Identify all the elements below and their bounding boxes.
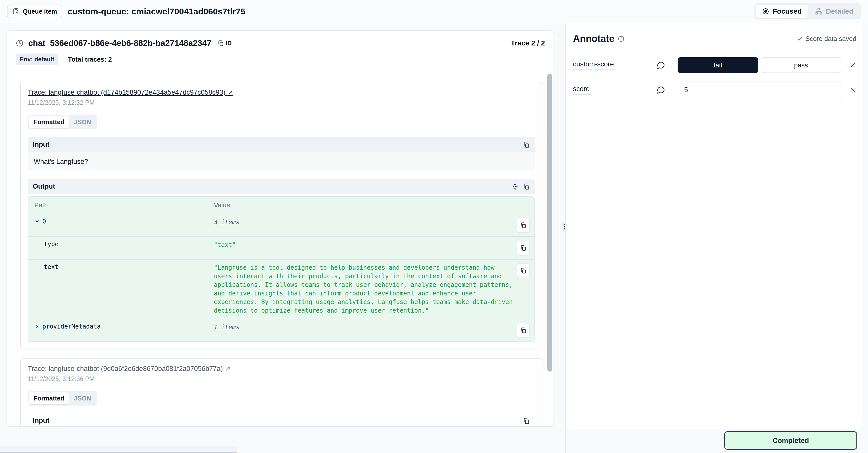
trace-card-1: Trace: langfuse-chatbot (d174b1589072e43… — [20, 82, 542, 348]
copy-id-icon[interactable] — [217, 40, 224, 47]
item-title: chat_536ed067-b86e-4eb6-882b-ba27148a234… — [28, 38, 211, 48]
trace-card-2: Trace: langfuse-chatbot (9d0a6f2e6de8670… — [20, 358, 542, 426]
main-area: chat_536ed067-b86e-4eb6-882b-ba27148a234… — [0, 23, 868, 453]
chevron-right-icon[interactable] — [34, 324, 40, 329]
trace-counter: Trace 2 / 2 — [511, 39, 545, 47]
trace-2-timestamp: 11/12/2025, 3:12:36 PM — [28, 375, 535, 383]
copy-row-button[interactable] — [517, 263, 530, 278]
total-traces-label: Total traces: 2 — [68, 56, 112, 63]
external-link-icon: ↗ — [225, 365, 230, 372]
comment-icon[interactable] — [656, 61, 665, 70]
copy-icon[interactable] — [523, 141, 530, 148]
table-header-row: Path Value — [28, 197, 534, 214]
trace-1-output-section: Output — [28, 179, 535, 342]
tab-formatted[interactable]: Formatted — [29, 392, 69, 404]
input-section-title: Input — [33, 417, 50, 425]
tab-json[interactable]: JSON — [69, 116, 96, 128]
score-saved-status: Score data saved — [796, 35, 857, 43]
close-icon[interactable] — [849, 61, 857, 69]
id-label: ID — [225, 40, 232, 47]
focused-toggle-label: Focused — [773, 7, 802, 16]
vertical-scrollbar[interactable] — [547, 74, 552, 372]
trace-1-timestamp: 11/12/2025, 3:12:32 PM — [28, 99, 535, 106]
table-row[interactable]: type "text" — [28, 237, 534, 260]
completed-button[interactable]: Completed — [724, 431, 857, 450]
col-header-path: Path — [34, 201, 214, 209]
score-label: custom-score — [573, 60, 614, 70]
focused-toggle-button[interactable]: Focused — [755, 5, 808, 18]
copy-icon[interactable] — [523, 417, 530, 424]
annotate-panel: Annotate Score data saved custom-score — [566, 23, 863, 429]
trace-scroll-region: Trace: langfuse-chatbot (d174b1589072e43… — [7, 72, 554, 426]
detailed-toggle-button[interactable]: Detailed — [809, 5, 860, 18]
trace-1-input-section: Input What's Langfuse? — [28, 137, 535, 171]
close-icon[interactable] — [849, 86, 857, 94]
panel-divider — [565, 23, 566, 453]
clock-icon — [16, 39, 24, 47]
comment-icon[interactable] — [656, 85, 665, 94]
trace-1-input-text: What's Langfuse? — [28, 152, 535, 171]
view-toggle: Focused Detailed — [754, 3, 861, 20]
env-badge: Env: default — [16, 54, 58, 65]
info-icon[interactable] — [618, 35, 625, 43]
score-option-pass[interactable]: pass — [761, 57, 841, 73]
copy-row-button[interactable] — [517, 240, 530, 255]
trace-1-output-table: Path Value 0 3 items — [28, 196, 535, 342]
input-section-title: Input — [33, 141, 50, 148]
copy-row-button[interactable] — [517, 218, 530, 232]
bottom-scroll-strip[interactable] — [0, 447, 237, 453]
score-label: score — [573, 85, 590, 95]
queue-item-card: chat_536ed067-b86e-4eb6-882b-ba27148a234… — [6, 30, 554, 427]
detailed-toggle-label: Detailed — [826, 7, 854, 16]
copy-icon[interactable] — [523, 183, 530, 190]
score-row-score: score — [573, 82, 857, 98]
chevron-down-icon[interactable] — [34, 219, 40, 224]
annotate-title: Annotate — [573, 33, 615, 44]
score-row-custom-score: custom-score fail pass — [573, 57, 857, 73]
copy-row-button[interactable] — [517, 323, 530, 338]
item-header: chat_536ed067-b86e-4eb6-882b-ba27148a234… — [7, 31, 554, 72]
check-icon — [796, 36, 803, 42]
score-option-fail[interactable]: fail — [678, 57, 758, 73]
focused-icon — [762, 7, 770, 16]
queue-item-badge: Queue item — [7, 4, 62, 18]
external-link-icon: ↗ — [227, 89, 233, 96]
trace-2-format-tabs: Formatted JSON — [28, 391, 97, 405]
unfold-vertical-icon[interactable] — [512, 183, 519, 190]
queue-item-badge-label: Queue item — [23, 8, 57, 15]
trace-1-link[interactable]: Trace: langfuse-chatbot (d174b1589072e43… — [28, 89, 233, 96]
queue-item-icon — [12, 7, 20, 15]
top-header: Queue item custom-queue: cmiacwel70041ad… — [0, 0, 868, 23]
score-value-input[interactable] — [678, 82, 841, 98]
page-title: custom-queue: cmiacwel70041ad060s7tlr75 — [68, 6, 245, 17]
detailed-icon — [815, 7, 823, 16]
trace-2-input-section: Input How to get user feedback in my tra… — [28, 413, 535, 426]
table-row[interactable]: 0 3 items — [28, 214, 534, 237]
tab-json[interactable]: JSON — [69, 392, 96, 404]
col-header-value: Value — [214, 201, 514, 209]
table-row[interactable]: text "Langfuse is a tool designed to hel… — [28, 260, 534, 319]
trace-1-format-tabs: Formatted JSON — [28, 115, 97, 129]
output-section-title: Output — [33, 182, 55, 190]
tab-formatted[interactable]: Formatted — [29, 116, 69, 128]
trace-2-link[interactable]: Trace: langfuse-chatbot (9d0a6f2e6de8670… — [28, 365, 230, 372]
table-row[interactable]: providerMetadata 1 items — [28, 319, 534, 341]
